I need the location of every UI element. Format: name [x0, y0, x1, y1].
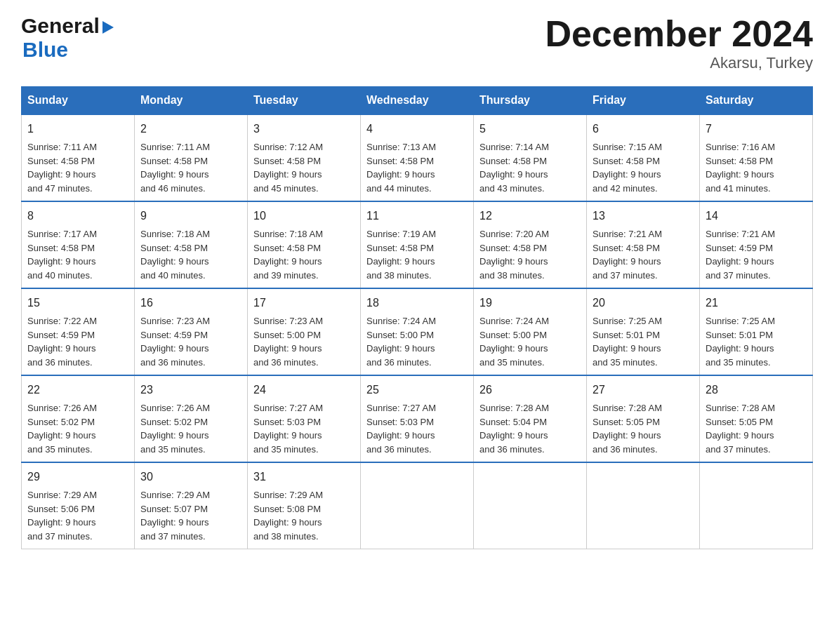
calendar-cell: [474, 462, 587, 549]
calendar-week-2: 8Sunrise: 7:17 AMSunset: 4:58 PMDaylight…: [22, 201, 813, 288]
calendar-cell: 20Sunrise: 7:25 AMSunset: 5:01 PMDayligh…: [587, 288, 700, 375]
day-number: 30: [140, 469, 241, 485]
day-number: 17: [253, 295, 355, 311]
day-number: 5: [479, 121, 581, 137]
calendar-cell: 12Sunrise: 7:20 AMSunset: 4:58 PMDayligh…: [474, 201, 587, 288]
day-number: 10: [253, 208, 355, 224]
calendar-cell: 31Sunrise: 7:29 AMSunset: 5:08 PMDayligh…: [248, 462, 361, 549]
day-info: Sunrise: 7:15 AMSunset: 4:58 PMDaylight:…: [593, 142, 662, 194]
day-number: 26: [479, 382, 581, 398]
day-number: 7: [706, 121, 807, 137]
calendar-cell: 21Sunrise: 7:25 AMSunset: 5:01 PMDayligh…: [700, 288, 813, 375]
title-section: December 2024 Akarsu, Turkey: [545, 14, 813, 72]
day-info: Sunrise: 7:21 AMSunset: 4:59 PMDaylight:…: [706, 229, 775, 281]
day-header-monday: Monday: [135, 87, 248, 115]
day-info: Sunrise: 7:20 AMSunset: 4:58 PMDaylight:…: [479, 229, 549, 281]
day-number: 1: [27, 121, 128, 137]
day-info: Sunrise: 7:26 AMSunset: 5:02 PMDaylight:…: [140, 403, 210, 455]
day-number: 22: [27, 382, 128, 398]
day-info: Sunrise: 7:24 AMSunset: 5:00 PMDaylight:…: [479, 316, 549, 368]
calendar-cell: 30Sunrise: 7:29 AMSunset: 5:07 PMDayligh…: [135, 462, 248, 549]
calendar-cell: 11Sunrise: 7:19 AMSunset: 4:58 PMDayligh…: [361, 201, 474, 288]
day-header-sunday: Sunday: [22, 87, 135, 115]
calendar-cell: 2Sunrise: 7:11 AMSunset: 4:58 PMDaylight…: [135, 114, 248, 201]
calendar-cell: 19Sunrise: 7:24 AMSunset: 5:00 PMDayligh…: [474, 288, 587, 375]
day-info: Sunrise: 7:21 AMSunset: 4:58 PMDaylight:…: [593, 229, 662, 281]
calendar-cell: 16Sunrise: 7:23 AMSunset: 4:59 PMDayligh…: [135, 288, 248, 375]
calendar-cell: 7Sunrise: 7:16 AMSunset: 4:58 PMDaylight…: [700, 114, 813, 201]
calendar-cell: 29Sunrise: 7:29 AMSunset: 5:06 PMDayligh…: [22, 462, 135, 549]
calendar-cell: 24Sunrise: 7:27 AMSunset: 5:03 PMDayligh…: [248, 375, 361, 462]
day-number: 28: [706, 382, 807, 398]
day-info: Sunrise: 7:28 AMSunset: 5:05 PMDaylight:…: [706, 403, 775, 455]
day-header-tuesday: Tuesday: [248, 87, 361, 115]
day-info: Sunrise: 7:23 AMSunset: 5:00 PMDaylight:…: [253, 316, 323, 368]
calendar-table: SundayMondayTuesdayWednesdayThursdayFrid…: [21, 86, 813, 549]
calendar-cell: [361, 462, 474, 549]
day-info: Sunrise: 7:18 AMSunset: 4:58 PMDaylight:…: [140, 229, 210, 281]
day-number: 4: [366, 121, 468, 137]
calendar-week-1: 1Sunrise: 7:11 AMSunset: 4:58 PMDaylight…: [22, 114, 813, 201]
day-info: Sunrise: 7:11 AMSunset: 4:58 PMDaylight:…: [140, 142, 210, 194]
calendar-cell: 4Sunrise: 7:13 AMSunset: 4:58 PMDaylight…: [361, 114, 474, 201]
calendar-cell: 25Sunrise: 7:27 AMSunset: 5:03 PMDayligh…: [361, 375, 474, 462]
calendar-cell: [587, 462, 700, 549]
calendar-cell: 1Sunrise: 7:11 AMSunset: 4:58 PMDaylight…: [22, 114, 135, 201]
day-info: Sunrise: 7:11 AMSunset: 4:58 PMDaylight:…: [27, 142, 97, 194]
day-number: 3: [253, 121, 355, 137]
calendar-cell: 13Sunrise: 7:21 AMSunset: 4:58 PMDayligh…: [587, 201, 700, 288]
location-text: Akarsu, Turkey: [545, 54, 813, 72]
month-title: December 2024: [545, 14, 813, 54]
day-info: Sunrise: 7:14 AMSunset: 4:58 PMDaylight:…: [479, 142, 549, 194]
day-info: Sunrise: 7:29 AMSunset: 5:07 PMDaylight:…: [140, 490, 210, 542]
day-info: Sunrise: 7:26 AMSunset: 5:02 PMDaylight:…: [27, 403, 97, 455]
calendar-cell: 17Sunrise: 7:23 AMSunset: 5:00 PMDayligh…: [248, 288, 361, 375]
day-info: Sunrise: 7:27 AMSunset: 5:03 PMDaylight:…: [366, 403, 436, 455]
day-info: Sunrise: 7:13 AMSunset: 4:58 PMDaylight:…: [366, 142, 436, 194]
day-header-thursday: Thursday: [474, 87, 587, 115]
day-number: 9: [140, 208, 241, 224]
day-number: 16: [140, 295, 241, 311]
calendar-cell: 9Sunrise: 7:18 AMSunset: 4:58 PMDaylight…: [135, 201, 248, 288]
calendar-cell: 10Sunrise: 7:18 AMSunset: 4:58 PMDayligh…: [248, 201, 361, 288]
day-number: 27: [593, 382, 694, 398]
day-number: 13: [593, 208, 694, 224]
day-number: 14: [706, 208, 807, 224]
day-info: Sunrise: 7:22 AMSunset: 4:59 PMDaylight:…: [27, 316, 97, 368]
day-info: Sunrise: 7:19 AMSunset: 4:58 PMDaylight:…: [366, 229, 436, 281]
calendar-week-5: 29Sunrise: 7:29 AMSunset: 5:06 PMDayligh…: [22, 462, 813, 549]
calendar-cell: 27Sunrise: 7:28 AMSunset: 5:05 PMDayligh…: [587, 375, 700, 462]
calendar-body: 1Sunrise: 7:11 AMSunset: 4:58 PMDaylight…: [22, 114, 813, 549]
day-number: 21: [706, 295, 807, 311]
day-header-wednesday: Wednesday: [361, 87, 474, 115]
day-info: Sunrise: 7:23 AMSunset: 4:59 PMDaylight:…: [140, 316, 210, 368]
day-info: Sunrise: 7:12 AMSunset: 4:58 PMDaylight:…: [253, 142, 323, 194]
day-info: Sunrise: 7:18 AMSunset: 4:58 PMDaylight:…: [253, 229, 323, 281]
calendar-week-4: 22Sunrise: 7:26 AMSunset: 5:02 PMDayligh…: [22, 375, 813, 462]
day-number: 8: [27, 208, 128, 224]
logo-line1: General: [21, 14, 114, 38]
day-number: 20: [593, 295, 694, 311]
calendar-cell: 3Sunrise: 7:12 AMSunset: 4:58 PMDaylight…: [248, 114, 361, 201]
day-number: 2: [140, 121, 241, 137]
day-info: Sunrise: 7:24 AMSunset: 5:00 PMDaylight:…: [366, 316, 436, 368]
calendar-cell: 8Sunrise: 7:17 AMSunset: 4:58 PMDaylight…: [22, 201, 135, 288]
day-number: 18: [366, 295, 468, 311]
day-number: 29: [27, 469, 128, 485]
day-info: Sunrise: 7:17 AMSunset: 4:58 PMDaylight:…: [27, 229, 97, 281]
day-info: Sunrise: 7:25 AMSunset: 5:01 PMDaylight:…: [706, 316, 775, 368]
day-info: Sunrise: 7:16 AMSunset: 4:58 PMDaylight:…: [706, 142, 775, 194]
day-info: Sunrise: 7:27 AMSunset: 5:03 PMDaylight:…: [253, 403, 323, 455]
calendar-cell: 23Sunrise: 7:26 AMSunset: 5:02 PMDayligh…: [135, 375, 248, 462]
calendar-cell: [700, 462, 813, 549]
day-number: 12: [479, 208, 581, 224]
day-info: Sunrise: 7:28 AMSunset: 5:04 PMDaylight:…: [479, 403, 549, 455]
day-number: 6: [593, 121, 694, 137]
day-number: 19: [479, 295, 581, 311]
calendar-cell: 14Sunrise: 7:21 AMSunset: 4:59 PMDayligh…: [700, 201, 813, 288]
day-info: Sunrise: 7:29 AMSunset: 5:06 PMDaylight:…: [27, 490, 97, 542]
day-header-saturday: Saturday: [700, 87, 813, 115]
day-info: Sunrise: 7:25 AMSunset: 5:01 PMDaylight:…: [593, 316, 662, 368]
calendar-cell: 6Sunrise: 7:15 AMSunset: 4:58 PMDaylight…: [587, 114, 700, 201]
day-number: 23: [140, 382, 241, 398]
